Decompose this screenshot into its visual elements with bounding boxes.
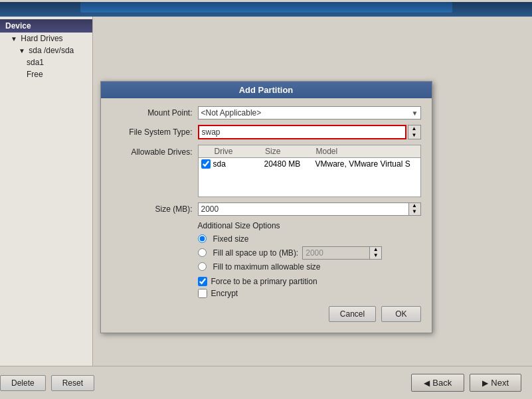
drives-drive-col: Drive (215, 147, 266, 156)
mount-point-row: Mount Point: <Not Applicable> ▼ (112, 106, 421, 120)
drive-checkbox[interactable] (201, 159, 211, 169)
fill-up-label: Fill all space up to (MB): (213, 248, 299, 258)
add-partition-dialog: Add Partition Mount Point: <Not Applicab… (100, 81, 432, 333)
allowable-drives-row: Allowable Drives: Drive Size Model sda 2… (112, 145, 421, 197)
fill-max-label: Fill to maximum allowable size (213, 262, 321, 272)
drives-row: sda 20480 MB VMware, VMware Virtual S (199, 158, 420, 170)
size-row: Size (MB): ▲ ▼ (112, 202, 421, 216)
fixed-size-option: Fixed size (112, 233, 421, 245)
drives-empty-space (199, 170, 420, 197)
sidebar-header: Device (0, 19, 92, 33)
ok-button[interactable]: OK (381, 306, 420, 322)
main-content: Device ▼ Hard Drives ▼ sda /dev/sda sda1… (0, 17, 532, 368)
force-primary-label: Force to be a primary partition (211, 277, 317, 286)
fill-max-radio[interactable] (198, 262, 207, 271)
drive-size: 20480 MB (264, 159, 315, 169)
fs-type-down-button[interactable]: ▼ (408, 132, 420, 139)
size-label: Size (MB): (112, 204, 198, 214)
fs-type-label: File System Type: (112, 127, 198, 137)
drives-size-col: Size (265, 147, 316, 156)
fixed-size-label: Fixed size (213, 234, 249, 244)
additional-size-label: Additional Size Options (112, 221, 421, 230)
dialog-title: Add Partition (101, 82, 432, 98)
dialog-overlay: Add Partition Mount Point: <Not Applicab… (0, 31, 532, 382)
fixed-size-radio[interactable] (198, 234, 207, 243)
fs-type-input-wrapper: ▲ ▼ (198, 125, 421, 139)
encrypt-label: Encrypt (211, 289, 238, 298)
size-input[interactable] (198, 202, 409, 216)
fill-up-radio[interactable] (198, 248, 207, 257)
drive-name: sda (213, 159, 264, 169)
drive-model: VMware, VMware Virtual S (315, 159, 418, 169)
fs-type-up-button[interactable]: ▲ (408, 125, 420, 132)
drives-model-col: Model (316, 147, 418, 156)
drives-check-col (201, 147, 215, 156)
dialog-buttons: Cancel OK (112, 306, 421, 325)
top-bar-inner (80, 2, 452, 13)
encrypt-row: Encrypt (112, 289, 421, 298)
fill-up-spinner: ▲ ▼ (302, 246, 382, 260)
force-primary-checkbox[interactable] (198, 277, 207, 286)
fs-type-spinner: ▲ ▼ (408, 125, 421, 139)
size-spinner: ▲ ▼ (198, 202, 421, 216)
size-spinner-btns: ▲ ▼ (409, 202, 421, 216)
fill-up-spinner-btns: ▲ ▼ (370, 246, 382, 260)
fs-type-input[interactable] (198, 125, 406, 139)
fill-up-btn-down[interactable]: ▼ (370, 253, 381, 259)
additional-size-options: Additional Size Options Fixed size Fill … (112, 221, 421, 273)
allowable-drives-label: Allowable Drives: (112, 145, 198, 157)
drives-table-header: Drive Size Model (199, 145, 420, 158)
size-down-button[interactable]: ▼ (409, 209, 420, 215)
mount-point-select-wrapper: <Not Applicable> ▼ (198, 106, 421, 120)
fill-up-option: Fill all space up to (MB): ▲ ▼ (112, 245, 421, 261)
top-bar (0, 2, 532, 17)
force-primary-row: Force to be a primary partition (112, 277, 421, 286)
fill-max-option: Fill to maximum allowable size (112, 261, 421, 273)
cancel-button[interactable]: Cancel (329, 306, 376, 322)
mount-point-select[interactable]: <Not Applicable> (198, 106, 421, 120)
drives-table: Drive Size Model sda 20480 MB VMware, VM… (198, 145, 421, 197)
fs-type-row: File System Type: ▲ ▼ (112, 125, 421, 139)
fill-up-input[interactable] (302, 246, 370, 260)
dialog-body: Mount Point: <Not Applicable> ▼ File Sys… (101, 98, 432, 333)
mount-point-label: Mount Point: (112, 108, 198, 118)
encrypt-checkbox[interactable] (198, 289, 207, 298)
